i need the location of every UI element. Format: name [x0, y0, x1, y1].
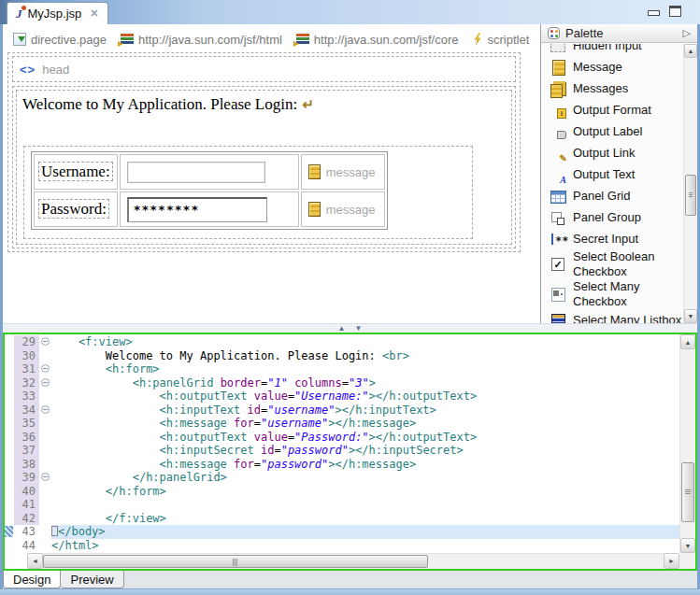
label-cell[interactable]: Username: — [34, 154, 118, 190]
split-sash[interactable]: ▲ ▼ — [3, 323, 697, 333]
minimize-icon[interactable] — [648, 10, 660, 16]
code-text[interactable]: Welcome to My Application. Please Login:… — [51, 349, 679, 363]
palette-item[interactable]: Output Label — [541, 120, 683, 142]
source-editor-pane[interactable]: 29 <f:view> 30 Welcome to My Application… — [3, 333, 697, 571]
palette-header[interactable]: Palette ▷ — [541, 24, 697, 43]
scroll-down-icon[interactable]: ▼ — [684, 309, 697, 323]
collapse-icon[interactable] — [41, 405, 50, 414]
fold-column[interactable] — [39, 431, 51, 445]
output-text-label[interactable]: Password: — [38, 199, 109, 219]
fold-column[interactable] — [39, 362, 51, 376]
code-text[interactable]: </h:panelGrid> — [51, 471, 679, 485]
panel-grid-table[interactable]: Username: message Password: — [31, 151, 388, 230]
collapse-icon[interactable] — [41, 378, 50, 387]
vertical-scrollbar[interactable]: ▲ ▼ — [679, 334, 695, 553]
palette-item[interactable]: Select Many Checkbox — [541, 279, 683, 309]
collapse-icon[interactable] — [41, 337, 50, 346]
code-text[interactable]: <h:panelGrid border="1" columns="3"> — [51, 376, 679, 390]
toolbar-item[interactable]: directive.page — [13, 33, 107, 47]
code-line[interactable]: 36 <h:outputText value="Password:"></h:o… — [5, 431, 679, 445]
mode-tab[interactable]: Preview — [61, 571, 123, 588]
palette-item[interactable]: Output Text — [541, 163, 683, 185]
fold-column[interactable] — [39, 498, 51, 512]
horizontal-scrollbar-thumb[interactable] — [43, 555, 428, 568]
code-text[interactable]: </h:form> — [51, 485, 679, 499]
code-text[interactable]: <h:outputText value="Username:"></h:outp… — [51, 390, 679, 404]
form-input-field[interactable] — [127, 162, 265, 183]
code-line[interactable]: 33 <h:outputText value="Username:"></h:o… — [5, 390, 679, 404]
palette-item[interactable]: Select Boolean Checkbox — [541, 249, 683, 279]
code-text[interactable]: <h:inputSecret id="password"></h:inputSe… — [51, 444, 679, 458]
close-icon[interactable]: ✕ — [90, 7, 98, 20]
code-text[interactable]: <h:message for="username"></h:message> — [51, 417, 679, 431]
message-cell[interactable]: message — [301, 154, 385, 190]
scroll-left-icon[interactable]: ◄ — [27, 553, 43, 569]
toolbar-item[interactable]: http://java.sun.com/jsf/core — [296, 33, 459, 47]
maximize-icon[interactable] — [669, 6, 681, 17]
fold-column[interactable] — [39, 390, 51, 404]
fold-column[interactable] — [39, 458, 51, 472]
scroll-right-icon[interactable]: ► — [664, 553, 679, 569]
fold-column[interactable] — [39, 471, 51, 485]
horizontal-scrollbar-track[interactable] — [43, 553, 664, 569]
scroll-down-icon[interactable]: ▼ — [680, 538, 695, 553]
palette-item[interactable]: Output Link — [541, 142, 683, 163]
vertical-scrollbar-thumb[interactable] — [681, 462, 694, 522]
palette-item[interactable]: Panel Grid — [541, 185, 683, 206]
mode-tab[interactable]: Design — [3, 571, 61, 588]
palette-item[interactable]: Secret Input — [541, 228, 683, 249]
palette-item[interactable]: Message — [541, 56, 683, 78]
chevron-right-icon[interactable]: ▷ — [683, 27, 691, 39]
collapse-icon[interactable] — [41, 473, 50, 481]
code-area[interactable]: 29 <f:view> 30 Welcome to My Application… — [5, 334, 679, 553]
code-line[interactable]: 39 </h:panelGrid> — [5, 471, 679, 485]
code-text[interactable]: <h:message for="password"></h:message> — [51, 458, 679, 472]
code-text[interactable]: </f:view> — [51, 512, 679, 526]
input-cell[interactable] — [120, 154, 299, 190]
fold-column[interactable] — [39, 404, 51, 418]
input-cell[interactable] — [120, 191, 299, 227]
scroll-up-icon[interactable]: ▲ — [680, 334, 695, 349]
collapse-icon[interactable] — [41, 364, 50, 373]
palette-scrollbar-thumb[interactable] — [685, 175, 696, 216]
fold-column[interactable] — [39, 512, 51, 526]
code-line[interactable]: 43 </body> — [5, 525, 679, 539]
output-text-label[interactable]: Username: — [38, 162, 113, 181]
code-line[interactable]: 40 </h:form> — [5, 485, 679, 499]
toolbar-item[interactable]: scriptlet — [472, 33, 529, 47]
welcome-text-block[interactable]: Welcome to My Application. Please Login:… — [22, 95, 314, 114]
sash-down-icon[interactable]: ▼ — [355, 325, 363, 333]
code-line[interactable]: 30 Welcome to My Application. Please Log… — [5, 349, 679, 363]
palette-item[interactable]: Output Format — [541, 99, 683, 120]
code-line[interactable]: 34 <h:inputText id="username"></h:inputT… — [5, 404, 679, 418]
fold-column[interactable] — [39, 376, 51, 390]
code-line[interactable]: 32 <h:panelGrid border="1" columns="3"> — [5, 376, 679, 390]
fold-column[interactable] — [39, 444, 51, 458]
code-text[interactable]: </html> — [51, 539, 679, 553]
code-line[interactable]: 38 <h:message for="password"></h:message… — [5, 458, 679, 472]
toolbar-item[interactable]: http://java.sun.com/jsf/html — [121, 33, 282, 47]
code-text[interactable]: <f:view> — [51, 335, 679, 349]
palette-item[interactable]: Messages — [541, 78, 683, 99]
fold-column[interactable] — [39, 525, 51, 539]
code-text[interactable]: <h:inputText id="username"></h:inputText… — [51, 404, 679, 418]
code-line[interactable]: 42 </f:view> — [5, 512, 679, 526]
code-line[interactable]: 37 <h:inputSecret id="password"></h:inpu… — [5, 444, 679, 458]
sash-up-icon[interactable]: ▲ — [338, 325, 346, 333]
form-input-field[interactable] — [127, 197, 267, 222]
code-text[interactable] — [51, 498, 679, 512]
fold-column[interactable] — [39, 539, 51, 553]
code-text[interactable]: </body> — [51, 525, 679, 539]
code-line[interactable]: 41 — [5, 498, 679, 512]
message-cell[interactable]: message — [301, 191, 385, 227]
code-text[interactable]: <h:form> — [51, 362, 679, 376]
palette-item[interactable]: Select Many Listbox — [541, 309, 683, 323]
document-tab-myjsp[interactable]: J MyJsp.jsp ✕ — [7, 2, 108, 24]
code-text[interactable]: <h:outputText value="Password:"></h:outp… — [51, 431, 679, 445]
fold-column[interactable] — [39, 417, 51, 431]
scroll-up-icon[interactable]: ▲ — [684, 44, 697, 58]
code-line[interactable]: 44 </html> — [5, 539, 679, 553]
code-line[interactable]: 29 <f:view> — [5, 335, 679, 349]
horizontal-scrollbar[interactable]: ◄ ► — [5, 553, 679, 569]
code-line[interactable]: 35 <h:message for="username"></h:message… — [5, 417, 679, 431]
